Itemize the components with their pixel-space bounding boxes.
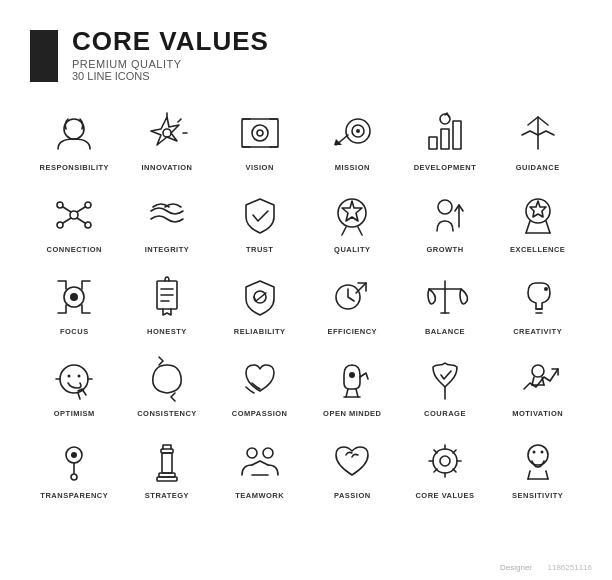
svg-point-53: [78, 375, 81, 378]
icon-trust: TRUST: [215, 182, 304, 258]
open-minded-label: OPEN MINDED: [323, 409, 381, 418]
image-id: 1186251116: [548, 563, 593, 572]
responsibility-icon: [47, 106, 101, 160]
transparency-label: TRANSPARENCY: [40, 491, 108, 500]
icon-responsibility: RESPONSIBILITY: [30, 100, 119, 176]
innovation-label: INNOVATION: [142, 163, 193, 172]
icon-strategy: STRATEGY: [123, 428, 212, 504]
svg-point-74: [440, 456, 450, 466]
svg-rect-16: [429, 137, 437, 149]
transparency-icon: [47, 434, 101, 488]
icon-integrity: INTEGRITY: [123, 182, 212, 258]
svg-point-1: [163, 129, 171, 137]
icon-focus: FOCUS: [30, 264, 119, 340]
svg-point-23: [85, 202, 91, 208]
icon-honesty: HONESTY: [123, 264, 212, 340]
trust-label: TRUST: [246, 245, 274, 254]
brand-square: [30, 30, 58, 82]
icon-creativity: CREATIVITY: [493, 264, 582, 340]
icon-optimism: OPTIMISM: [30, 346, 119, 422]
consistency-icon: [140, 352, 194, 406]
page-title: CORE VALUES: [72, 28, 269, 54]
svg-point-84: [532, 451, 535, 454]
svg-point-85: [540, 451, 543, 454]
vision-icon: [233, 106, 287, 160]
responsibility-label: RESPONSIBILITY: [40, 163, 110, 172]
icon-reliability: RELIABILITY: [215, 264, 304, 340]
icon-guidance: GUIDANCE: [493, 100, 582, 176]
focus-label: FOCUS: [60, 327, 89, 336]
svg-rect-69: [157, 477, 177, 481]
icon-transparency: TRANSPARENCY: [30, 428, 119, 504]
icon-balance: BALANCE: [401, 264, 490, 340]
strategy-label: STRATEGY: [145, 491, 189, 500]
svg-line-32: [358, 227, 362, 235]
svg-point-25: [85, 222, 91, 228]
svg-point-63: [71, 452, 77, 458]
passion-label: PASSION: [334, 491, 371, 500]
svg-line-26: [63, 207, 71, 212]
icon-excellence: EXCELLENCE: [493, 182, 582, 258]
svg-line-54: [78, 393, 80, 399]
svg-point-83: [528, 445, 548, 465]
icon-motivation: MOTIVATION: [493, 346, 582, 422]
svg-point-50: [544, 287, 548, 291]
guidance-label: GUIDANCE: [516, 163, 560, 172]
efficiency-label: EFFICIENCY: [328, 327, 378, 336]
svg-line-56: [356, 389, 358, 397]
sensitivity-icon: [511, 434, 565, 488]
passion-icon: [325, 434, 379, 488]
svg-point-52: [68, 375, 71, 378]
icon-consistency: CONSISTENCY: [123, 346, 212, 422]
teamwork-icon: [233, 434, 287, 488]
icon-quality: QUALITY: [308, 182, 397, 258]
count: 30 LINE ICONS: [72, 70, 269, 82]
innovation-icon: [140, 106, 194, 160]
watermark: Designer: [500, 563, 532, 572]
svg-point-60: [532, 365, 544, 377]
icon-open-minded: OPEN MINDED: [308, 346, 397, 422]
icon-core-values: CORE VALUES: [401, 428, 490, 504]
efficiency-icon: [325, 270, 379, 324]
optimism-icon: [47, 352, 101, 406]
svg-line-79: [434, 450, 437, 453]
svg-point-22: [57, 202, 63, 208]
svg-point-0: [64, 119, 84, 139]
svg-point-38: [70, 293, 78, 301]
svg-rect-68: [162, 453, 172, 473]
svg-rect-17: [441, 129, 449, 149]
icon-efficiency: EFFICIENCY: [308, 264, 397, 340]
svg-point-58: [349, 372, 355, 378]
svg-point-51: [60, 365, 88, 393]
svg-line-81: [453, 450, 456, 453]
icon-development: DEVELOPMENT: [401, 100, 490, 176]
growth-label: GROWTH: [426, 245, 463, 254]
open-minded-icon: [325, 352, 379, 406]
icons-grid: RESPONSIBILITY INNOVATION: [30, 100, 582, 504]
mission-icon: [325, 106, 379, 160]
balance-label: BALANCE: [425, 327, 465, 336]
integrity-icon: [140, 188, 194, 242]
icon-sensitivity: SENSITIVITY: [493, 428, 582, 504]
svg-line-29: [77, 218, 85, 223]
courage-label: COURAGE: [424, 409, 466, 418]
svg-line-55: [346, 389, 348, 397]
svg-rect-5: [242, 119, 278, 147]
sensitivity-label: SENSITIVITY: [512, 491, 563, 500]
svg-line-31: [342, 227, 346, 235]
teamwork-label: TEAMWORK: [235, 491, 284, 500]
icon-passion: PASSION: [308, 428, 397, 504]
connection-icon: [47, 188, 101, 242]
svg-line-28: [63, 218, 71, 223]
trust-icon: [233, 188, 287, 242]
courage-icon: [418, 352, 472, 406]
excellence-icon: [511, 188, 565, 242]
core-values-label: CORE VALUES: [415, 491, 474, 500]
icon-vision: VISION: [215, 100, 304, 176]
guidance-icon: [511, 106, 565, 160]
quality-label: QUALITY: [334, 245, 370, 254]
reliability-icon: [233, 270, 287, 324]
svg-point-14: [356, 129, 360, 133]
quality-icon: [325, 188, 379, 242]
subtitle: PREMIUM QUALITY: [72, 58, 269, 70]
